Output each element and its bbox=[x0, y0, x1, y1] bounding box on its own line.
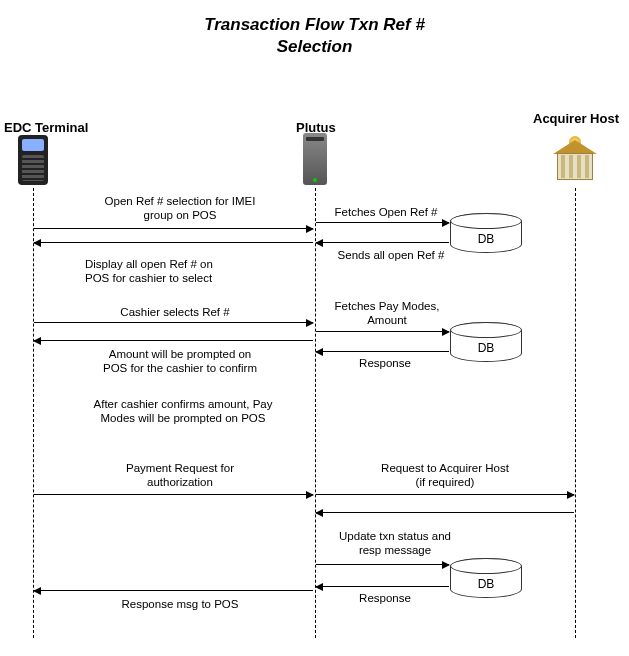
msg-display-open-ref: Display all open Ref # on POS for cashie… bbox=[85, 258, 265, 286]
edc-terminal-icon bbox=[18, 135, 48, 185]
msg-response-2: Response bbox=[345, 592, 425, 606]
msg-after-confirm: After cashier confirms amount, Pay Modes… bbox=[68, 398, 298, 426]
msg-update-txn: Update txn status and resp message bbox=[325, 530, 465, 558]
arrow-db-to-plutus-1 bbox=[316, 242, 449, 243]
db-cylinder-2: DB bbox=[450, 322, 522, 362]
arrow-db-to-plutus-2 bbox=[316, 351, 449, 352]
msg-request-acquirer: Request to Acquirer Host (if required) bbox=[355, 462, 535, 490]
bank-icon bbox=[553, 140, 597, 180]
arrow-plutus-to-edc-2 bbox=[34, 340, 313, 341]
arrow-plutus-to-edc-3 bbox=[34, 590, 313, 591]
diagram-title: Transaction Flow Txn Ref # Selection bbox=[0, 0, 629, 58]
lane-edc-terminal: EDC Terminal bbox=[4, 120, 88, 135]
arrow-plutus-to-db-1 bbox=[316, 222, 449, 223]
arrow-edc-to-plutus-3 bbox=[34, 494, 313, 495]
msg-sends-open-ref: Sends all open Ref # bbox=[326, 249, 456, 263]
lane-acquirer-host: Acquirer Host bbox=[533, 111, 619, 126]
db-label: DB bbox=[451, 577, 521, 591]
arrow-edc-to-plutus-2 bbox=[34, 322, 313, 323]
lifeline-edc bbox=[33, 188, 34, 638]
arrow-db-to-plutus-3 bbox=[316, 586, 449, 587]
arrow-plutus-to-edc-1 bbox=[34, 242, 313, 243]
arrow-acquirer-to-plutus bbox=[316, 512, 574, 513]
title-line2: Selection bbox=[277, 37, 353, 56]
db-cylinder-1: DB bbox=[450, 213, 522, 253]
msg-fetches-paymodes: Fetches Pay Modes, Amount bbox=[322, 300, 452, 328]
msg-cashier-selects: Cashier selects Ref # bbox=[95, 306, 255, 320]
lifeline-plutus bbox=[315, 188, 316, 638]
arrow-plutus-to-db-3 bbox=[316, 564, 449, 565]
arrow-edc-to-plutus-1 bbox=[34, 228, 313, 229]
arrow-plutus-to-db-2 bbox=[316, 331, 449, 332]
title-line1: Transaction Flow Txn Ref # bbox=[204, 15, 425, 34]
msg-response-pos: Response msg to POS bbox=[100, 598, 260, 612]
db-label: DB bbox=[451, 341, 521, 355]
msg-open-ref-selection: Open Ref # selection for IMEI group on P… bbox=[85, 195, 275, 223]
lifeline-acquirer bbox=[575, 188, 576, 638]
msg-response-1: Response bbox=[345, 357, 425, 371]
msg-amount-prompted: Amount will be prompted on POS for the c… bbox=[80, 348, 280, 376]
db-cylinder-3: DB bbox=[450, 558, 522, 598]
db-label: DB bbox=[451, 232, 521, 246]
arrow-plutus-to-acquirer bbox=[316, 494, 574, 495]
msg-payment-request: Payment Request for authorization bbox=[100, 462, 260, 490]
msg-fetches-open-ref: Fetches Open Ref # bbox=[326, 206, 446, 220]
server-icon bbox=[303, 133, 327, 185]
